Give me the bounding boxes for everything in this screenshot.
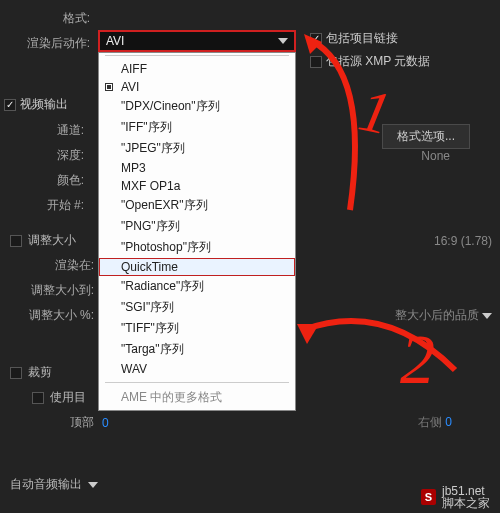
dropdown-item[interactable]: "OpenEXR"序列 bbox=[99, 195, 295, 216]
dropdown-item[interactable]: "Photoshop"序列 bbox=[99, 237, 295, 258]
dropdown-item-label: "DPX/Cineon"序列 bbox=[121, 98, 220, 115]
check-icon: ✓ bbox=[4, 99, 16, 111]
dropdown-item-label: WAV bbox=[121, 362, 147, 376]
dropdown-item[interactable]: WAV bbox=[99, 360, 295, 378]
resize-to-label: 调整大小到: bbox=[10, 282, 102, 299]
chevron-down-icon bbox=[88, 482, 98, 488]
format-dropdown[interactable]: AVI bbox=[98, 30, 296, 52]
post-render-label: 渲染后动作: bbox=[6, 35, 98, 52]
use-target-checkbox[interactable] bbox=[32, 392, 44, 404]
crop-label: 裁剪 bbox=[28, 364, 52, 381]
dropdown-item-label: "IFF"序列 bbox=[121, 119, 172, 136]
dropdown-item[interactable]: MP3 bbox=[99, 159, 295, 177]
dropdown-item[interactable]: QuickTime bbox=[99, 258, 295, 276]
dropdown-item-label: "OpenEXR"序列 bbox=[121, 197, 208, 214]
top-label: 顶部 bbox=[10, 414, 102, 431]
color-label: 颜色: bbox=[0, 172, 92, 189]
resize-checkbox[interactable] bbox=[10, 235, 22, 247]
top-value[interactable]: 0 bbox=[102, 416, 109, 430]
dropdown-item[interactable]: "SGI"序列 bbox=[99, 297, 295, 318]
use-target-label: 使用目 bbox=[50, 389, 86, 406]
dropdown-item-label: "Targa"序列 bbox=[121, 341, 184, 358]
dropdown-item[interactable]: "IFF"序列 bbox=[99, 117, 295, 138]
dropdown-item[interactable]: "JPEG"序列 bbox=[99, 138, 295, 159]
right-value[interactable]: 0 bbox=[445, 415, 452, 429]
format-dropdown-value: AVI bbox=[106, 34, 124, 48]
dropdown-item-label: "Radiance"序列 bbox=[121, 278, 204, 295]
chevron-down-icon bbox=[482, 313, 492, 319]
radio-icon bbox=[105, 83, 113, 91]
dropdown-item-label: AIFF bbox=[121, 62, 147, 76]
video-output-checkbox[interactable]: ✓ 视频输出 bbox=[4, 96, 68, 113]
dropdown-item[interactable]: MXF OP1a bbox=[99, 177, 295, 195]
dropdown-item[interactable]: "DPX/Cineon"序列 bbox=[99, 96, 295, 117]
dropdown-item[interactable]: "Targa"序列 bbox=[99, 339, 295, 360]
dropdown-item-label: "Photoshop"序列 bbox=[121, 239, 211, 256]
resize-at-label: 渲染在: bbox=[10, 257, 102, 274]
dropdown-item-label: MXF OP1a bbox=[121, 179, 180, 193]
dropdown-more-formats[interactable]: AME 中的更多格式 bbox=[99, 387, 295, 408]
video-output-label: 视频输出 bbox=[20, 96, 68, 113]
resize-label: 调整大小 bbox=[28, 232, 76, 249]
dropdown-item-label: "PNG"序列 bbox=[121, 218, 180, 235]
watermark-badge: S bbox=[421, 489, 436, 505]
dropdown-item[interactable]: "TIFF"序列 bbox=[99, 318, 295, 339]
depth-value: None bbox=[421, 149, 450, 163]
dropdown-item-label: MP3 bbox=[121, 161, 146, 175]
watermark: S jb51.net 脚本之家 bbox=[421, 485, 490, 509]
crop-checkbox[interactable] bbox=[10, 367, 22, 379]
audio-output-dropdown[interactable]: 自动音频输出 bbox=[10, 476, 82, 493]
dropdown-item-label: "SGI"序列 bbox=[121, 299, 174, 316]
dropdown-item[interactable]: AVI bbox=[99, 78, 295, 96]
start-label: 开始 #: bbox=[0, 197, 92, 214]
right-label: 右侧 bbox=[418, 415, 442, 429]
watermark-name: 脚本之家 bbox=[442, 497, 490, 509]
depth-label: 深度: bbox=[0, 147, 92, 164]
dropdown-item[interactable]: "PNG"序列 bbox=[99, 216, 295, 237]
resize-pct-label: 调整大小 %: bbox=[10, 307, 102, 324]
dropdown-item[interactable]: "Radiance"序列 bbox=[99, 276, 295, 297]
channels-label: 通道: bbox=[0, 122, 92, 139]
format-dropdown-list[interactable]: AIFFAVI"DPX/Cineon"序列"IFF"序列"JPEG"序列MP3M… bbox=[98, 52, 296, 411]
dropdown-item-label: "JPEG"序列 bbox=[121, 140, 185, 157]
format-label: 格式: bbox=[6, 10, 98, 27]
dropdown-item[interactable]: AIFF bbox=[99, 60, 295, 78]
chevron-down-icon bbox=[278, 38, 288, 44]
aspect-value: 16:9 (1.78) bbox=[434, 234, 492, 248]
dropdown-item-label: "TIFF"序列 bbox=[121, 320, 179, 337]
dropdown-item-label: QuickTime bbox=[121, 260, 178, 274]
dropdown-item-label: AVI bbox=[121, 80, 139, 94]
